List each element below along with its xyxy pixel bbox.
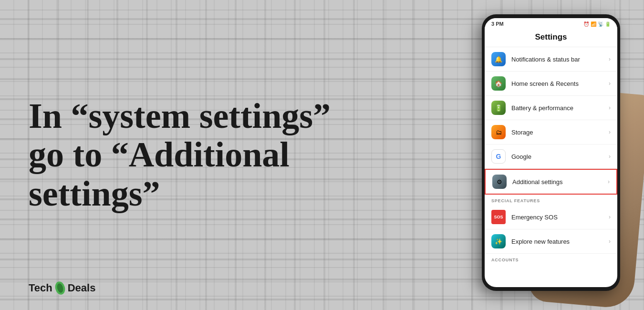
additional-icon: ⚙ (492, 175, 507, 189)
explore-arrow: › (609, 238, 611, 245)
brand-leaf-icon (53, 280, 67, 296)
settings-header: Settings (485, 29, 617, 47)
phone-screen: 3 PM ⏰ 📶 📡 🔋 Settings 🔔 (485, 18, 617, 287)
notifications-icon: 🔔 (491, 52, 506, 66)
status-time: 3 PM (491, 21, 504, 27)
google-label: Google (511, 153, 609, 160)
settings-item-notifications[interactable]: 🔔 Notifications & status bar › (485, 47, 617, 72)
battery-arrow: › (609, 104, 611, 111)
phone-frame: 3 PM ⏰ 📶 📡 🔋 Settings 🔔 (482, 14, 620, 291)
status-icons: ⏰ 📶 📡 🔋 (583, 21, 611, 27)
homescreen-arrow: › (609, 80, 611, 87)
notifications-arrow: › (609, 56, 611, 62)
battery-icon-item: 🔋 (491, 101, 506, 115)
battery-icon: 🔋 (605, 21, 611, 27)
left-content: In “system settings” go to “Additional s… (29, 97, 353, 213)
settings-item-additional[interactable]: ⚙ Additional settings › (485, 169, 617, 195)
battery-label: Battery & performance (511, 104, 609, 112)
storage-label: Storage (511, 129, 609, 136)
google-icon: G (491, 149, 506, 164)
phone-mockup: 3 PM ⏰ 📶 📡 🔋 Settings 🔔 (472, 5, 634, 300)
settings-item-sos[interactable]: SOS Emergency SOS › (485, 205, 617, 229)
sos-arrow: › (609, 214, 611, 220)
brand-deals: Deals (68, 282, 96, 294)
additional-label: Additional settings (512, 178, 608, 186)
sos-icon: SOS (491, 210, 506, 224)
sos-label: Emergency SOS (511, 214, 609, 221)
special-features-label: SPECIAL FEATURES (485, 195, 617, 205)
additional-arrow: › (608, 178, 610, 185)
google-arrow: › (609, 153, 611, 160)
brand-logo: Tech Deals (29, 280, 95, 296)
explore-label: Explore new features (511, 238, 609, 245)
special-features-list: SOS Emergency SOS › ✨ Explore new featur… (485, 205, 617, 254)
settings-list: 🔔 Notifications & status bar › 🏠 Home sc… (485, 47, 617, 195)
settings-item-storage[interactable]: 🗂 Storage › (485, 120, 617, 145)
settings-title: Settings (491, 32, 611, 42)
notifications-label: Notifications & status bar (511, 56, 609, 63)
homescreen-label: Home screen & Recents (511, 80, 609, 87)
storage-arrow: › (609, 129, 611, 135)
alarm-icon: ⏰ (583, 21, 589, 27)
brand-tech: Tech (29, 282, 52, 294)
main-heading: In “system settings” go to “Additional s… (29, 97, 353, 213)
explore-icon: ✨ (491, 234, 506, 248)
settings-item-explore[interactable]: ✨ Explore new features › (485, 229, 617, 254)
wifi-icon: 📶 (591, 21, 596, 27)
homescreen-icon: 🏠 (491, 76, 506, 91)
status-bar: 3 PM ⏰ 📶 📡 🔋 (485, 18, 617, 29)
accounts-label: ACCOUNTS (485, 254, 617, 264)
settings-item-homescreen[interactable]: 🏠 Home screen & Recents › (485, 72, 617, 96)
settings-item-battery[interactable]: 🔋 Battery & performance › (485, 96, 617, 120)
settings-item-google[interactable]: G Google › (485, 145, 617, 169)
signal-icon: 📡 (598, 21, 603, 27)
storage-icon: 🗂 (491, 125, 506, 139)
